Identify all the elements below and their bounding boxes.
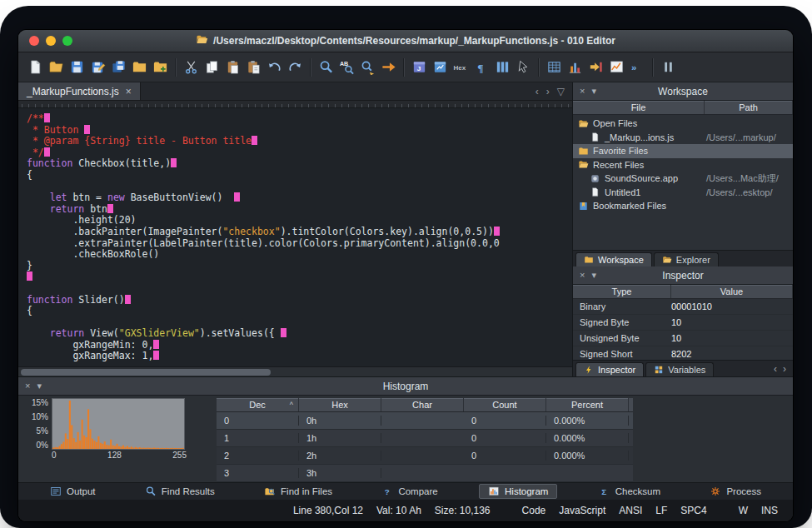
table-icon[interactable] bbox=[544, 56, 565, 78]
undo-icon[interactable] bbox=[264, 56, 285, 78]
workspace-row[interactable]: SoundSource.app/Users...Mac助理/ bbox=[573, 172, 793, 186]
inspector-value[interactable]: 10 bbox=[671, 333, 793, 343]
tool-tab-find-results[interactable]: Find Results bbox=[137, 484, 223, 499]
workspace-row[interactable]: Bookmarked Files bbox=[573, 199, 793, 213]
cut-icon[interactable] bbox=[181, 56, 202, 78]
status-indent[interactable]: SPC4 bbox=[680, 505, 706, 516]
pointer-icon[interactable] bbox=[513, 56, 534, 78]
workspace-row[interactable]: Untitled1/Users/...esktop/ bbox=[573, 186, 793, 200]
tool-tab-histogram[interactable]: Histogram bbox=[479, 484, 557, 499]
hex-label-icon[interactable]: Hex bbox=[451, 56, 471, 78]
tool-tab-process[interactable]: Process bbox=[701, 484, 770, 499]
column-header-file[interactable]: File bbox=[573, 101, 705, 114]
minimize-window-button[interactable] bbox=[46, 36, 56, 46]
tab-close-icon[interactable]: × bbox=[126, 86, 132, 97]
save-icon[interactable] bbox=[67, 56, 87, 78]
panel-next-icon[interactable]: › bbox=[783, 363, 786, 375]
histogram-column-percent[interactable]: Percent bbox=[546, 398, 629, 411]
histogram-column-dec[interactable]: Dec^ bbox=[217, 398, 299, 411]
status-charset[interactable]: ANSI bbox=[619, 505, 642, 516]
status-language[interactable]: JavaScript bbox=[559, 505, 605, 516]
status-linefeed[interactable]: LF bbox=[655, 505, 667, 516]
workspace-item-label: Untitled1 bbox=[605, 187, 640, 197]
find-next-icon[interactable] bbox=[357, 56, 378, 78]
redo-icon[interactable] bbox=[285, 56, 306, 78]
tab-next-icon[interactable]: › bbox=[546, 86, 550, 97]
panel-tab-variables[interactable]: Variables bbox=[645, 362, 714, 376]
script-win2-icon[interactable] bbox=[430, 56, 451, 78]
columns-icon[interactable] bbox=[492, 56, 513, 78]
scrollbar-thumb[interactable] bbox=[21, 369, 271, 376]
tab-prev-icon[interactable]: ‹ bbox=[536, 86, 539, 97]
status-write-mode[interactable]: W bbox=[739, 505, 748, 516]
save-as-icon[interactable] bbox=[87, 56, 108, 78]
paste-icon[interactable] bbox=[222, 56, 243, 78]
tool-tab-compare[interactable]: ?Compare bbox=[373, 484, 446, 499]
chart-bars-icon[interactable] bbox=[565, 56, 585, 78]
inspector-menu-icon[interactable]: ▾ bbox=[591, 270, 596, 281]
zoom-window-button[interactable] bbox=[62, 36, 72, 46]
histogram-table-row[interactable]: 22h00.000% bbox=[217, 447, 633, 465]
inspector-value[interactable]: 10 bbox=[671, 317, 793, 327]
open-folder-icon[interactable] bbox=[46, 56, 67, 78]
script-win1-icon[interactable]: J bbox=[409, 56, 430, 78]
workspace-menu-icon[interactable]: ▾ bbox=[591, 86, 596, 97]
histogram-column-count[interactable]: Count bbox=[464, 398, 546, 411]
histogram-menu-icon[interactable]: ▾ bbox=[37, 381, 42, 391]
pilcrow-icon[interactable]: ¶ bbox=[471, 56, 492, 78]
chart-line-icon[interactable] bbox=[606, 56, 627, 78]
workspace-row[interactable]: Favorite Files bbox=[573, 144, 793, 158]
inspector-row[interactable]: Unsigned Byte10 bbox=[573, 331, 793, 346]
folder-icon[interactable] bbox=[129, 56, 150, 78]
column-header-value[interactable]: Value bbox=[671, 285, 793, 298]
inspector-row[interactable]: Binary00001010 bbox=[573, 299, 793, 315]
workspace-close-icon[interactable]: × bbox=[580, 86, 585, 97]
chevrons-icon[interactable]: » bbox=[627, 56, 648, 78]
horizontal-scrollbar[interactable] bbox=[18, 366, 572, 376]
histogram-column-hex[interactable]: Hex bbox=[299, 398, 381, 411]
paste-alt-icon[interactable] bbox=[243, 56, 264, 78]
tab-markupfunctions[interactable]: _MarkupFunctions.js × bbox=[18, 82, 141, 100]
histogram-plot[interactable] bbox=[52, 398, 185, 450]
find-replace-icon[interactable]: AB bbox=[336, 56, 357, 78]
window-title-wrap: /Users/maczl/Desktop/Contents/Resources/… bbox=[18, 33, 793, 48]
pause-icon[interactable] bbox=[658, 56, 679, 78]
tool-tab-output[interactable]: Output bbox=[42, 484, 104, 499]
save-all-icon[interactable] bbox=[108, 56, 129, 78]
inspector-close-icon[interactable]: × bbox=[580, 270, 585, 281]
find-icon[interactable] bbox=[316, 56, 336, 78]
tool-tab-find-in-files[interactable]: Find in Files bbox=[256, 484, 341, 499]
panel-tab-inspector[interactable]: Inspector bbox=[575, 362, 644, 376]
status-insert-mode[interactable]: INS bbox=[761, 505, 778, 516]
histogram-table-row[interactable]: 33h bbox=[217, 465, 633, 482]
panel-prev-icon[interactable]: ‹ bbox=[774, 363, 777, 375]
column-header-path[interactable]: Path bbox=[705, 101, 793, 114]
jump-icon[interactable] bbox=[585, 56, 606, 78]
panel-tab-explorer[interactable]: Explorer bbox=[654, 252, 719, 266]
workspace-row[interactable]: _Markup...ions.js/Users/...markup/ bbox=[573, 131, 793, 145]
svg-text:J: J bbox=[417, 65, 421, 72]
inspector-row[interactable]: Signed Short8202 bbox=[573, 346, 793, 360]
tab-list-icon[interactable]: ▽ bbox=[557, 86, 565, 97]
close-window-button[interactable] bbox=[29, 36, 39, 46]
inspector-row[interactable]: Signed Byte10 bbox=[573, 315, 793, 331]
tool-tab-checksum[interactable]: ΣChecksum bbox=[590, 484, 669, 499]
inspector-value[interactable]: 00001010 bbox=[671, 301, 793, 311]
histogram-column-char[interactable]: Char bbox=[381, 398, 464, 411]
copy-icon[interactable] bbox=[202, 56, 222, 78]
new-file-icon[interactable] bbox=[25, 56, 46, 78]
bookmark-icon bbox=[578, 201, 589, 212]
workspace-row[interactable]: Recent Files bbox=[573, 158, 793, 172]
panel-tab-workspace[interactable]: Workspace bbox=[575, 252, 652, 266]
histogram-table-row[interactable]: 11h00.000% bbox=[217, 430, 633, 447]
workspace-row[interactable]: Open Files bbox=[573, 117, 793, 131]
code-line: return btn bbox=[27, 204, 572, 216]
histogram-table-row[interactable]: 00h00.000% bbox=[217, 412, 633, 430]
histogram-close-icon[interactable]: × bbox=[25, 381, 30, 391]
column-header-type[interactable]: Type bbox=[573, 285, 671, 298]
code-editor[interactable]: /** * Button * @param {String} title - B… bbox=[18, 108, 572, 366]
folder-add-icon[interactable] bbox=[150, 56, 171, 78]
inspector-value[interactable]: 8202 bbox=[671, 349, 793, 359]
goto-icon[interactable] bbox=[378, 56, 399, 78]
document-tabstrip: _MarkupFunctions.js × ‹ › ▽ bbox=[18, 82, 572, 101]
